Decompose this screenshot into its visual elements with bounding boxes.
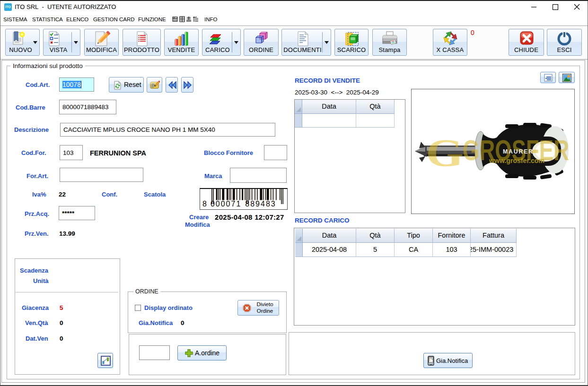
svg-text:MAURER: MAURER xyxy=(503,148,534,155)
svg-text:G: G xyxy=(426,131,464,174)
svg-text:www.grosfer.com: www.grosfer.com xyxy=(489,156,544,164)
